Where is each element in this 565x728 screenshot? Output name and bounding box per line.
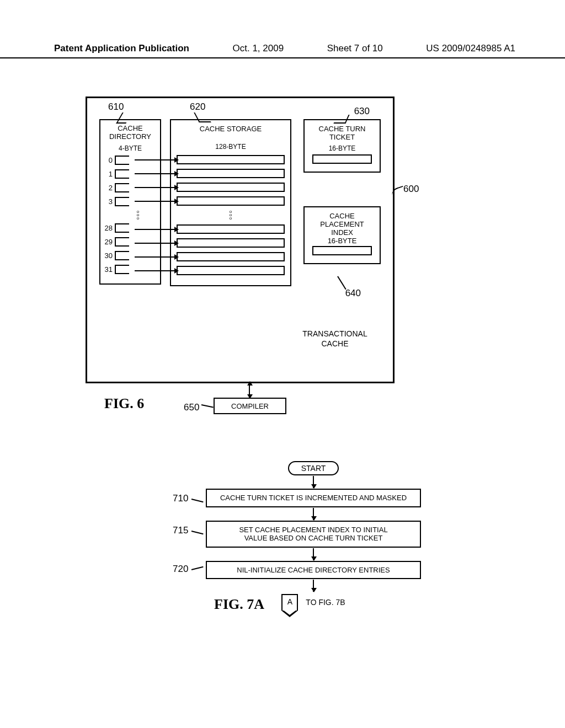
cache-turn-width: 16-BYTE (310, 144, 374, 152)
cache-place-title-l3: INDEX (331, 228, 353, 237)
arrow-down-icon (313, 476, 314, 488)
dir-idx: 1 (103, 170, 115, 178)
cache-turn-title-l2: TICKET (329, 133, 355, 141)
flow-step-710: 710 CACHE TURN TICKET IS INCREMENTED AND… (206, 489, 421, 507)
dir-idx: 28 (103, 224, 115, 232)
dir-row: 31 (103, 264, 158, 275)
transactional-cache-label-l1: TRANSACTIONAL (302, 329, 367, 338)
pub-number: US 2009/0248985 A1 (426, 43, 515, 54)
leader-715 (191, 531, 204, 534)
arrow-down-icon (313, 580, 314, 592)
cache-directory-title: CACHE DIRECTORY (103, 125, 158, 141)
ref-650: 650 (184, 402, 199, 413)
arrow-down-icon (313, 548, 314, 560)
sheet-count: Sheet 7 of 10 (327, 43, 383, 54)
cache-storage-block: CACHE STORAGE 128-BYTE ooo (170, 119, 291, 286)
ellipsis-icon: ooo (177, 210, 285, 220)
figure-7a-label: FIG. 7A (214, 596, 264, 613)
flow-step-715: 715 SET CACHE PLACEMENT INDEX TO INITIAL… (206, 521, 421, 548)
cache-placement-index-block: CACHE PLACEMENT INDEX 16-BYTE (303, 206, 381, 264)
ref-715-num: 715 (173, 525, 188, 536)
ellipsis-icon: ooo (118, 210, 158, 220)
cache-place-register (312, 246, 372, 255)
ref-715: 715 (173, 525, 188, 536)
leader-710 (191, 499, 204, 502)
dir-row: 28 (103, 223, 158, 234)
dir-idx: 31 (103, 265, 115, 274)
to-fig-7b-label: TO FIG. 7B (306, 598, 345, 607)
bidirectional-arrow-icon (249, 382, 250, 398)
ref-620: 620 (190, 101, 205, 113)
ref-710-num: 710 (173, 493, 188, 504)
storage-row (177, 155, 285, 164)
storage-row (177, 224, 285, 234)
transactional-cache-label: TRANSACTIONAL CACHE (294, 329, 376, 349)
offpage-row: A TO FIG. 7B (281, 594, 345, 611)
dir-cell (115, 183, 129, 192)
flow-step-text: NIL-INITIALIZE CACHE DIRECTORY ENTRIES (237, 566, 390, 574)
offpage-connector-icon: A (281, 594, 298, 611)
cache-storage-width: 128-BYTE (177, 143, 285, 151)
cache-place-width: 16-BYTE (310, 237, 374, 245)
storage-row (177, 252, 285, 261)
dir-cell (115, 251, 129, 260)
pub-type: Patent Application Publication (54, 43, 189, 54)
page-header: Patent Application Publication Oct. 1, 2… (0, 43, 565, 58)
flow-step-text: CACHE TURN TICKET IS INCREMENTED AND MAS… (220, 494, 407, 502)
cache-turn-title-l1: CACHE TURN (319, 125, 366, 133)
storage-row (177, 169, 285, 178)
cache-place-title-l1: CACHE (329, 212, 355, 220)
leader-650 (201, 404, 214, 408)
ref-600: 600 (403, 184, 419, 195)
leader-640 (337, 276, 347, 290)
ref-630: 630 (354, 106, 370, 117)
cache-directory-width: 4-BYTE (103, 144, 158, 152)
leader-720 (191, 566, 204, 570)
cache-turn-register (312, 154, 372, 164)
cache-turn-ticket-block: CACHE TURN TICKET 16-BYTE (303, 119, 381, 173)
dir-row: 30 (103, 250, 158, 261)
dir-row: 29 (103, 237, 158, 248)
dir-idx: 30 (103, 251, 115, 260)
ref-640: 640 (345, 288, 361, 299)
ref-610: 610 (108, 101, 124, 113)
dir-cell (115, 223, 129, 233)
flow-step-text: SET CACHE PLACEMENT INDEX TO INITIAL VAL… (239, 526, 387, 543)
cache-directory-title-l1: CACHE (118, 124, 143, 132)
storage-row (177, 266, 285, 275)
cache-turn-title: CACHE TURN TICKET (310, 125, 374, 141)
dir-idx: 2 (103, 184, 115, 192)
start-terminator: START (288, 461, 339, 475)
transactional-cache-box: 610 620 630 CACHE DIRECTORY 4-BYTE 0 1 2… (86, 97, 395, 383)
compiler-block: COMPILER (214, 398, 286, 414)
dir-cell (115, 237, 129, 247)
cache-directory-title-l2: DIRECTORY (109, 132, 151, 141)
offpage-letter: A (287, 597, 292, 606)
arrow-down-icon (313, 508, 314, 520)
ref-720: 720 (173, 564, 188, 575)
cache-place-title-l2: PLACEMENT (320, 220, 364, 228)
cache-storage-title: CACHE STORAGE (177, 125, 285, 133)
figure-6: 610 620 630 CACHE DIRECTORY 4-BYTE 0 1 2… (86, 97, 428, 383)
storage-row (177, 183, 285, 192)
transactional-cache-label-l2: CACHE (321, 339, 348, 348)
dir-idx: 0 (103, 156, 115, 164)
dir-cell (115, 156, 129, 165)
dir-cell (115, 197, 129, 206)
figure-7a: START 710 CACHE TURN TICKET IS INCREMENT… (159, 461, 468, 611)
dir-idx: 3 (103, 197, 115, 206)
dir-cell (115, 265, 129, 274)
ref-720-num: 720 (173, 564, 188, 574)
flowchart: START 710 CACHE TURN TICKET IS INCREMENT… (159, 461, 468, 611)
dir-cell (115, 169, 129, 179)
pub-date: Oct. 1, 2009 (232, 43, 284, 54)
storage-row (177, 238, 285, 248)
ref-710: 710 (173, 493, 188, 504)
dir-idx: 29 (103, 238, 115, 246)
figure-6-label: FIG. 6 (104, 395, 144, 412)
cache-place-title: CACHE PLACEMENT INDEX (310, 212, 374, 237)
storage-row (177, 196, 285, 206)
flow-step-720: 720 NIL-INITIALIZE CACHE DIRECTORY ENTRI… (206, 561, 421, 580)
